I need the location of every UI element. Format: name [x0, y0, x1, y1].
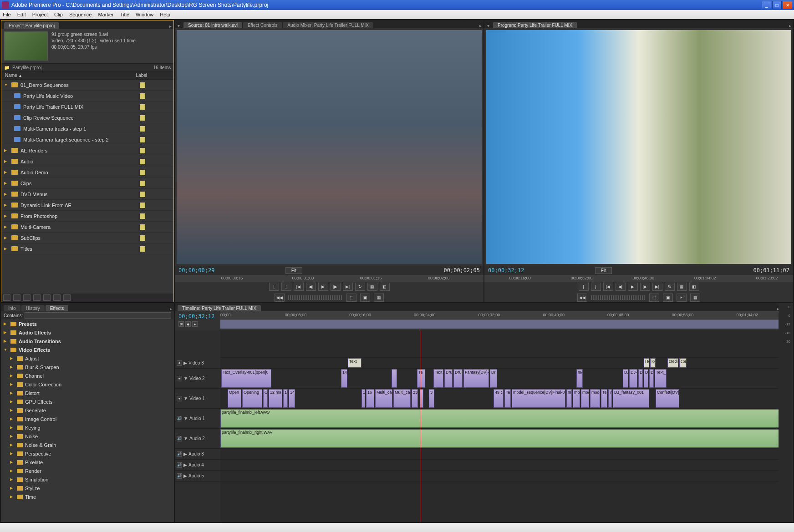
- timeline-tracks[interactable]: TextHcKecredicor Text_Overlay-001[open]0…: [220, 330, 781, 522]
- goto-out-button[interactable]: ▶|: [652, 283, 662, 291]
- video-clip[interactable]: Hc: [644, 358, 649, 368]
- new-bin-button[interactable]: [43, 294, 51, 301]
- marker-button[interactable]: ◆: [185, 321, 191, 327]
- step-fwd-button[interactable]: |▶: [331, 283, 341, 291]
- goto-out-button[interactable]: ▶|: [343, 283, 353, 291]
- track-head-v1[interactable]: ●▼Video 1: [175, 389, 220, 409]
- sequence-item[interactable]: Multi-Camera target sequence - step 2: [1, 134, 173, 145]
- snap-button[interactable]: ⊞: [178, 321, 184, 327]
- video-clip[interactable]: 23: [412, 389, 418, 408]
- fx-presets[interactable]: ▶Presets: [1, 319, 174, 328]
- video-clip[interactable]: mi: [566, 389, 572, 408]
- video-clip[interactable]: Multi_can: [393, 389, 411, 408]
- delete-button[interactable]: [63, 294, 71, 301]
- video-clip[interactable]: Text: [348, 358, 361, 368]
- fx-category[interactable]: ▶Blur & Sharpen: [1, 363, 174, 371]
- panel-menu-icon[interactable]: ▸: [789, 23, 791, 28]
- menu-clip[interactable]: Clip: [54, 12, 63, 17]
- find-button[interactable]: [33, 294, 41, 301]
- fit-dropdown[interactable]: Fit: [595, 267, 612, 274]
- fit-dropdown[interactable]: Fit: [285, 267, 302, 274]
- column-label[interactable]: Label: [136, 73, 147, 78]
- set-in-button[interactable]: {: [579, 283, 589, 291]
- close-button[interactable]: ✕: [783, 1, 792, 9]
- fx-category[interactable]: ▶Adjust: [1, 354, 174, 363]
- jog-left-button[interactable]: ◀◀: [577, 294, 587, 302]
- tab-source[interactable]: Source: 01 intro walk.avi: [183, 22, 242, 28]
- program-viewport[interactable]: [486, 30, 791, 264]
- menu-marker[interactable]: Marker: [98, 12, 113, 17]
- step-back-button[interactable]: ◀|: [616, 283, 626, 291]
- fx-category[interactable]: ▶Noise: [1, 432, 174, 441]
- fx-category[interactable]: ▶GPU Effects: [1, 397, 174, 406]
- export-frame-button[interactable]: ▦: [690, 294, 700, 302]
- video-clip[interactable]: Dr: [490, 369, 497, 388]
- folder-demo-sequences[interactable]: ▼01_Demo Sequences: [1, 80, 173, 91]
- insert-button[interactable]: ⬚: [346, 294, 356, 302]
- folder-item[interactable]: ▶SubClips: [1, 233, 173, 243]
- program-ruler[interactable]: 00;00;16;0000;00;32;00 00;00;48;0000;01;…: [484, 275, 793, 282]
- video-clip[interactable]: 7: [608, 389, 612, 408]
- audio-clip[interactable]: partylife_finalmix_left.WAV: [220, 409, 781, 428]
- source-viewport[interactable]: [177, 30, 482, 264]
- menu-sequence[interactable]: Sequence: [69, 12, 92, 17]
- video-clip[interactable]: Confetti[DV].av: [656, 389, 679, 408]
- video-clip[interactable]: DJ_fantasy_001: [613, 389, 649, 408]
- menu-project[interactable]: Project: [32, 12, 48, 17]
- video-clip[interactable]: Te: [417, 369, 425, 388]
- fx-category[interactable]: ▶Channel: [1, 371, 174, 380]
- sequence-item[interactable]: Party Life Music Video: [1, 91, 173, 101]
- tab-info[interactable]: Info: [4, 305, 20, 311]
- playhead[interactable]: [421, 330, 421, 522]
- track-head-v2[interactable]: ●▼Video 2: [175, 369, 220, 389]
- track-head-a4[interactable]: 🔊▶Audio 4: [175, 460, 220, 471]
- output-button[interactable]: ◧: [380, 283, 390, 291]
- video-clip[interactable]: Ke: [650, 358, 656, 368]
- timeline-timecode[interactable]: 00;00;32;12: [178, 313, 217, 319]
- shuttle-slider[interactable]: [591, 295, 646, 300]
- video-clip[interactable]: Text: [433, 369, 443, 388]
- sequence-item[interactable]: Multi-Camera tracks - step 1: [1, 123, 173, 134]
- video-clip[interactable]: DJ-4: [629, 369, 637, 388]
- video-clip[interactable]: mo: [573, 389, 580, 408]
- video-clip[interactable]: Dru: [444, 369, 453, 388]
- loop-button[interactable]: ↻: [665, 283, 675, 291]
- project-tree[interactable]: ▼01_Demo Sequences Party Life Music Vide…: [1, 80, 173, 294]
- folder-item[interactable]: ▶Multi-Camera: [1, 222, 173, 233]
- track-head-a3[interactable]: 🔊▶Audio 3: [175, 449, 220, 460]
- fx-audio-transitions[interactable]: ▶Audio Transitions: [1, 337, 174, 345]
- safe-margins-button[interactable]: ▦: [367, 283, 377, 291]
- timeline-ruler[interactable]: 00;0000;00;08;0000;00;16;0000;00;24;0000…: [220, 311, 781, 319]
- bin-icon[interactable]: 📁: [4, 65, 10, 70]
- tab-project[interactable]: Project: Partylife.prproj: [4, 22, 59, 29]
- video-clip[interactable]: 3: [429, 389, 434, 408]
- output-button[interactable]: ◧: [689, 283, 699, 291]
- trim-button[interactable]: ✂: [677, 294, 687, 302]
- fx-category[interactable]: ▶Image Control: [1, 415, 174, 423]
- new-item-button[interactable]: [53, 294, 61, 301]
- fx-category[interactable]: ▶Keying: [1, 423, 174, 432]
- audio-clip[interactable]: partylife_finalmix_right.WAV: [220, 429, 781, 448]
- fx-video-effects[interactable]: ▼Video Effects: [1, 345, 174, 354]
- fx-category[interactable]: ▶Simulation: [1, 475, 174, 484]
- tab-effects[interactable]: Effects: [46, 305, 68, 311]
- tab-timeline[interactable]: Timeline: Party Life Trailer FULL MIX: [178, 305, 261, 311]
- tab-audio-mixer[interactable]: Audio Mixer: Party Life Trailer FULL MIX: [283, 22, 373, 28]
- video-clip[interactable]: 49 c: [494, 389, 504, 408]
- play-button[interactable]: ▶: [628, 283, 638, 291]
- video-clip[interactable]: DJ: [623, 369, 628, 388]
- video-clip[interactable]: model_sequence[DV]Final-00: [512, 389, 565, 408]
- icon-view-button[interactable]: [13, 294, 20, 301]
- export-frame-button[interactable]: ▦: [374, 294, 384, 302]
- goto-in-button[interactable]: |◀: [603, 283, 613, 291]
- program-timecode-in[interactable]: 00;00;32;12: [488, 267, 524, 274]
- column-name[interactable]: Name: [5, 73, 17, 78]
- video-clip[interactable]: Multi_cam: [375, 389, 392, 408]
- folder-item[interactable]: ▶DVD Menus: [1, 189, 173, 200]
- video-clip[interactable]: Cr: [263, 389, 268, 408]
- folder-item[interactable]: ▶From Photoshop: [1, 211, 173, 222]
- fx-category[interactable]: ▶Distort: [1, 389, 174, 397]
- timeline-scrubber[interactable]: [220, 319, 781, 329]
- menu-file[interactable]: File: [3, 12, 11, 17]
- video-clip[interactable]: Text_: [655, 369, 667, 388]
